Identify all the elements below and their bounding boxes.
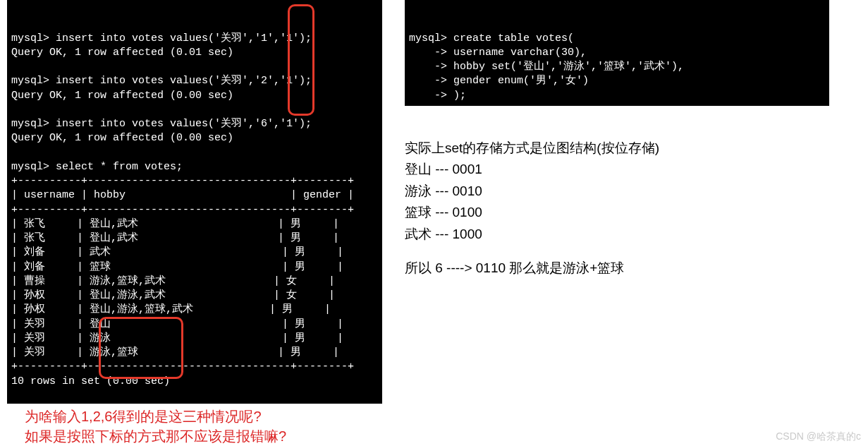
- explain-bit-3: 武术 --- 1000: [405, 224, 659, 245]
- explain-title: 实际上set的存储方式是位图结构(按位存储): [405, 138, 659, 159]
- watermark: CSDN @哈茶真的c: [776, 430, 861, 443]
- terminal-right: mysql> create table votes( -> username v…: [405, 0, 829, 106]
- terminal-left-content: mysql> insert into votes values('关羽','1'…: [11, 32, 378, 389]
- explanation-block: 实际上set的存储方式是位图结构(按位存储) 登山 --- 0001 游泳 --…: [405, 138, 659, 279]
- spacer: [405, 245, 659, 258]
- explain-result: 所以 6 ----> 0110 那么就是游泳+篮球: [405, 258, 659, 279]
- explain-bit-2: 篮球 --- 0100: [405, 202, 659, 223]
- terminal-left: mysql> insert into votes values('关羽','1'…: [7, 0, 382, 404]
- question-line-1: 为啥输入1,2,6得到的是这三种情况呢?: [25, 406, 286, 426]
- explain-bit-0: 登山 --- 0001: [405, 159, 659, 180]
- terminal-right-content: mysql> create table votes( -> username v…: [409, 32, 825, 103]
- explain-bit-1: 游泳 --- 0010: [405, 181, 659, 202]
- question-text: 为啥输入1,2,6得到的是这三种情况呢? 如果是按照下标的方式那不应该是报错嘛?: [25, 406, 286, 446]
- question-line-2: 如果是按照下标的方式那不应该是报错嘛?: [25, 426, 286, 446]
